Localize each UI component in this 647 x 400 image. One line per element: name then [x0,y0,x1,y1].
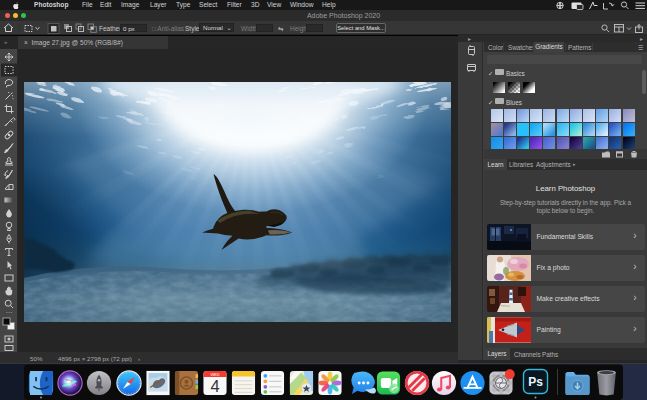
svg-text:Ps: Ps [528,375,543,389]
svg-text:⋯: ⋯ [6,309,13,316]
svg-text:WED: WED [210,372,219,377]
svg-text:4: 4 [210,377,219,395]
